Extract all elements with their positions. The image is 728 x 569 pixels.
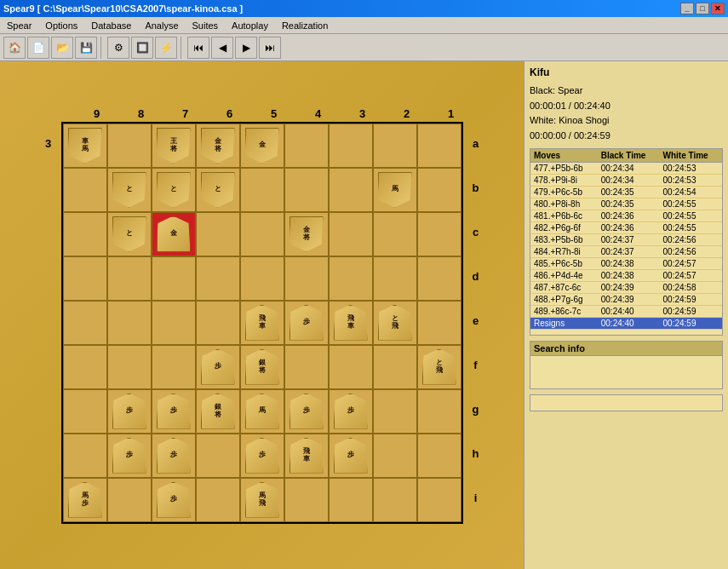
cell-5-5[interactable]	[284, 345, 329, 389]
cell-4-4[interactable]: 飛 車	[240, 301, 284, 345]
cell-2-4[interactable]	[240, 212, 284, 256]
toolbar-home[interactable]: 🏠	[3, 37, 26, 59]
cell-4-2[interactable]	[152, 301, 196, 345]
menu-item-autoplay[interactable]: Autoplay	[225, 17, 275, 33]
cell-4-8[interactable]	[417, 301, 461, 345]
cell-0-7[interactable]	[373, 124, 417, 168]
toolbar-open[interactable]: 📂	[51, 37, 73, 59]
cell-8-7[interactable]	[373, 478, 417, 522]
toolbar-last[interactable]: ⏭	[259, 37, 281, 59]
move-row-10[interactable]: 487.+87c-6c00:24:3900:24:58	[530, 282, 722, 294]
cell-7-7[interactable]	[373, 434, 417, 478]
cell-0-0[interactable]: 車 馬	[63, 124, 107, 168]
cell-7-8[interactable]	[417, 434, 461, 478]
cell-4-1[interactable]	[107, 301, 152, 345]
cell-6-3[interactable]: 銀 将	[196, 389, 240, 434]
cell-2-8[interactable]	[417, 212, 461, 256]
cell-6-6[interactable]: 歩	[329, 389, 373, 434]
cell-8-3[interactable]	[196, 478, 240, 522]
move-row-13[interactable]: Resigns00:24:4000:24:59	[530, 318, 722, 330]
move-row-11[interactable]: 488.+P7g-6g00:24:3900:24:59	[530, 294, 722, 306]
cell-0-3[interactable]: 金 将	[196, 124, 240, 168]
cell-1-1[interactable]: と	[107, 168, 152, 212]
toolbar-prev[interactable]: ◀	[211, 37, 233, 59]
cell-2-0[interactable]	[63, 212, 107, 256]
cell-1-0[interactable]	[63, 168, 107, 212]
move-row-8[interactable]: 485.+P6c-5b00:24:3800:24:57	[530, 258, 722, 270]
cell-0-8[interactable]	[417, 124, 461, 168]
cell-7-4[interactable]: 歩	[240, 434, 284, 478]
cell-4-7[interactable]: と 飛	[373, 301, 417, 345]
cell-5-1[interactable]	[107, 345, 152, 389]
cell-7-6[interactable]: 歩	[329, 434, 373, 478]
menu-item-suites[interactable]: Suites	[186, 17, 226, 33]
move-row-4[interactable]: 481.+P6b-6c00:24:3600:24:55	[530, 210, 722, 222]
cell-1-6[interactable]	[329, 168, 373, 212]
cell-3-0[interactable]	[63, 256, 107, 301]
toolbar-first[interactable]: ⏮	[187, 37, 209, 59]
menu-item-database[interactable]: Database	[84, 17, 138, 33]
cell-5-6[interactable]	[329, 345, 373, 389]
cell-5-7[interactable]	[373, 345, 417, 389]
cell-6-4[interactable]: 馬	[240, 389, 284, 434]
cell-7-1[interactable]: 歩	[107, 434, 152, 478]
cell-4-3[interactable]	[196, 301, 240, 345]
cell-1-7[interactable]: 馬	[373, 168, 417, 212]
toolbar-settings[interactable]: ⚙	[107, 37, 129, 59]
cell-3-3[interactable]	[196, 256, 240, 301]
cell-1-2[interactable]: と	[152, 168, 196, 212]
cell-8-0[interactable]: 馬 歩	[63, 478, 107, 522]
cell-4-0[interactable]	[63, 301, 107, 345]
cell-3-8[interactable]	[417, 256, 461, 301]
move-row-3[interactable]: 480.+P8i-8h00:24:3500:24:55	[530, 198, 722, 210]
cell-8-5[interactable]	[284, 478, 329, 522]
move-row-7[interactable]: 484.+R7h-8i00:24:3700:24:56	[530, 246, 722, 258]
cell-1-5[interactable]	[284, 168, 329, 212]
restore-button[interactable]: □	[696, 3, 709, 14]
toolbar-board[interactable]: 🔲	[131, 37, 153, 59]
cell-4-6[interactable]: 飛 車	[329, 301, 373, 345]
cell-2-5[interactable]: 金 将	[284, 212, 329, 256]
cell-6-0[interactable]	[63, 389, 107, 434]
toolbar-new[interactable]: 📄	[27, 37, 49, 59]
cell-5-4[interactable]: 銀 将	[240, 345, 284, 389]
move-row-1[interactable]: 478.+P9i-8i00:24:3400:24:53	[530, 175, 722, 187]
minimize-button[interactable]: _	[680, 3, 694, 14]
move-row-9[interactable]: 486.+P4d-4e00:24:3800:24:57	[530, 270, 722, 282]
toolbar-next[interactable]: ▶	[235, 37, 257, 59]
cell-6-1[interactable]: 歩	[107, 389, 152, 434]
cell-8-6[interactable]	[329, 478, 373, 522]
cell-2-2[interactable]: 金	[152, 212, 196, 256]
move-row-5[interactable]: 482.+P6g-6f00:24:3600:24:55	[530, 222, 722, 234]
cell-6-8[interactable]	[417, 389, 461, 434]
close-button[interactable]: ✕	[711, 3, 725, 14]
menu-item-spear[interactable]: Spear	[0, 17, 38, 33]
cell-8-2[interactable]: 歩	[152, 478, 196, 522]
cell-1-3[interactable]: と	[196, 168, 240, 212]
cell-6-2[interactable]: 歩	[152, 389, 196, 434]
cell-0-6[interactable]	[329, 124, 373, 168]
menu-item-realization[interactable]: Realization	[275, 17, 335, 33]
cell-3-4[interactable]	[240, 256, 284, 301]
cell-0-4[interactable]: 金	[240, 124, 284, 168]
cell-2-3[interactable]	[196, 212, 240, 256]
menu-item-analyse[interactable]: Analyse	[138, 17, 185, 33]
cell-2-6[interactable]	[329, 212, 373, 256]
cell-5-8[interactable]: と 飛	[417, 345, 461, 389]
cell-8-4[interactable]: 馬 飛	[240, 478, 284, 522]
cell-3-2[interactable]	[152, 256, 196, 301]
move-row-12[interactable]: 489.+86c-7c00:24:4000:24:59	[530, 306, 722, 318]
cell-3-7[interactable]	[373, 256, 417, 301]
cell-5-3[interactable]: 歩	[196, 345, 240, 389]
cell-0-1[interactable]	[107, 124, 152, 168]
move-row-6[interactable]: 483.+P5b-6b00:24:3700:24:56	[530, 234, 722, 246]
moves-scroll[interactable]: Moves Black Time White Time 477.+P5b-6b0…	[530, 149, 722, 335]
cell-6-7[interactable]	[373, 389, 417, 434]
cell-0-2[interactable]: 王 将	[152, 124, 196, 168]
cell-6-5[interactable]: 歩	[284, 389, 329, 434]
cell-3-1[interactable]	[107, 256, 152, 301]
cell-8-8[interactable]	[417, 478, 461, 522]
toolbar-save[interactable]: 💾	[75, 37, 97, 59]
toolbar-play[interactable]: ⚡	[155, 37, 177, 59]
cell-2-7[interactable]	[373, 212, 417, 256]
